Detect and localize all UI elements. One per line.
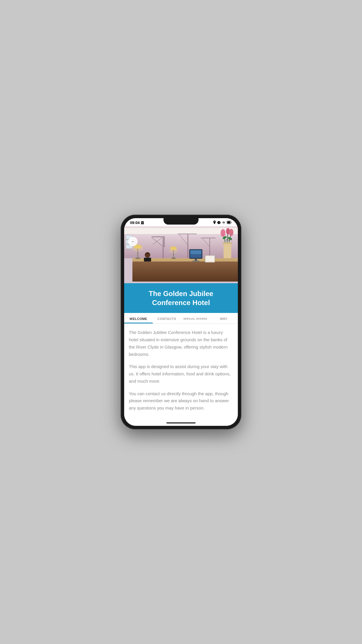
back-button[interactable]: ←	[128, 237, 138, 246]
hero-image: ←	[124, 226, 238, 283]
wifi-icon	[222, 221, 226, 225]
svg-rect-11	[152, 236, 164, 237]
svg-rect-33	[172, 258, 175, 259]
svg-rect-37	[190, 250, 201, 254]
svg-point-34	[169, 248, 178, 253]
vibrate-icon	[217, 221, 221, 225]
svg-rect-17	[188, 233, 196, 234]
svg-point-49	[229, 229, 233, 236]
svg-rect-19	[209, 238, 210, 258]
svg-rect-16	[178, 233, 189, 234]
back-arrow-icon: ←	[131, 239, 135, 244]
svg-rect-39	[192, 261, 199, 262]
tab-special-offers[interactable]: SPECIAL OFFERS	[181, 313, 210, 323]
phone-screen: 09:04 🖼	[124, 218, 238, 426]
svg-point-47	[221, 229, 226, 237]
svg-point-30	[132, 245, 143, 252]
status-time: 09:04 🖼	[130, 220, 144, 225]
svg-rect-41	[206, 256, 214, 262]
location-icon	[213, 220, 216, 225]
svg-rect-21	[210, 238, 216, 239]
phone-frame: 09:04 🖼	[121, 215, 241, 429]
status-icons	[213, 220, 232, 225]
svg-rect-4	[227, 221, 230, 223]
tabs-navigation: WELCOME CONTACTS SPECIAL OFFERS WIFI	[124, 313, 238, 324]
svg-rect-12	[164, 236, 165, 247]
hotel-header-band: The Golden Jubilee Conference Hotel	[124, 283, 238, 313]
svg-rect-20	[201, 238, 210, 239]
svg-rect-24	[132, 262, 238, 282]
svg-rect-2	[220, 222, 221, 223]
svg-rect-1	[217, 222, 218, 223]
home-indicator	[166, 422, 196, 424]
tab-welcome[interactable]: WELCOME	[124, 313, 153, 323]
clock-display: 09:04	[130, 220, 140, 225]
paragraph-2: This app is designed to assist during yo…	[129, 363, 233, 385]
paragraph-3: You can contact us directly through the …	[129, 390, 233, 412]
phone-notch	[164, 218, 198, 225]
welcome-content: The Golden Jubilee Conference Hotel is a…	[124, 324, 238, 426]
hotel-name-title: The Golden Jubilee Conference Hotel	[129, 289, 233, 307]
tab-contacts[interactable]: CONTACTS	[153, 313, 181, 323]
svg-rect-0	[218, 221, 220, 224]
svg-rect-42	[224, 242, 231, 258]
svg-rect-26	[144, 258, 151, 261]
crane-mural-svg	[124, 226, 238, 283]
paragraph-1: The Golden Jubilee Conference Hotel is a…	[129, 329, 233, 358]
svg-rect-29	[136, 258, 140, 259]
tab-wifi[interactable]: WIFI	[210, 313, 238, 323]
svg-rect-43	[222, 242, 232, 244]
battery-icon	[227, 221, 232, 225]
image-icon: 🖼	[141, 221, 144, 225]
screen-content: ← The Golden Jubilee Conference Hotel WE…	[124, 226, 238, 426]
svg-rect-38	[195, 258, 197, 261]
